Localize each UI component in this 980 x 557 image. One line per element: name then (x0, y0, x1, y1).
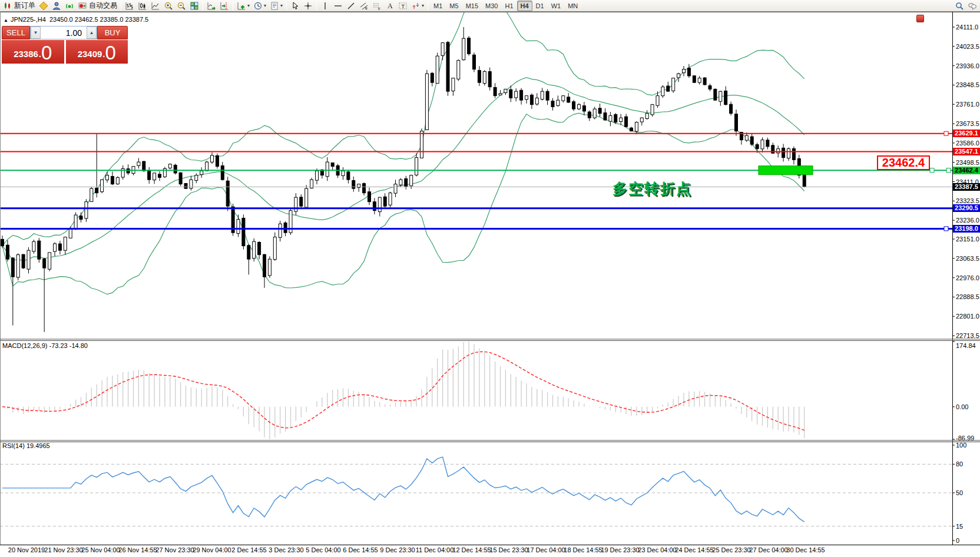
line-chart-icon (151, 1, 160, 11)
svg-text:F: F (378, 6, 380, 10)
axis-label: 0.00 (956, 403, 980, 410)
signals-button[interactable] (63, 1, 76, 11)
profile-icon (52, 1, 61, 11)
hline-handle[interactable] (930, 168, 934, 173)
one-click-icon[interactable] (916, 15, 924, 22)
volume-down-button[interactable]: ▼ (31, 26, 41, 39)
chart-shift-button[interactable] (218, 1, 231, 11)
axis-label: 23151.0 (956, 236, 980, 243)
trendline-button[interactable] (345, 1, 357, 11)
svg-text:A: A (388, 2, 393, 10)
timeframe-h4-button[interactable]: H4 (517, 1, 532, 11)
templates-icon (270, 1, 279, 11)
timeframe-d1-button[interactable]: D1 (532, 1, 548, 11)
axis-label: 23848.5 (956, 81, 980, 88)
vertical-line-button[interactable] (319, 1, 332, 11)
text-icon: A (385, 1, 395, 11)
hline-handle[interactable] (944, 131, 948, 135)
price-line-badge: 23387.5 (953, 183, 980, 191)
profile-button[interactable] (50, 1, 63, 11)
text-button[interactable]: A (383, 1, 396, 11)
axis-label: 23236.0 (956, 217, 980, 224)
price-line-badge: 23462.4 (953, 167, 980, 174)
axis-label: 0 (956, 537, 980, 544)
templates-button[interactable]: ▾ (268, 1, 284, 11)
time-axis-label: 23 Dec 04:00 (638, 546, 676, 553)
chart-window: ▲JPN225-,H4 23450.0 23462.5 23385.0 2338… (0, 12, 980, 557)
volume-up-button[interactable]: ▲ (87, 26, 97, 39)
equidistant-channel-button[interactable]: E (357, 1, 370, 11)
zoom-out-button[interactable] (175, 1, 188, 11)
timeframe-h1-button[interactable]: H1 (501, 1, 517, 11)
time-axis-label: 24 Dec 14:55 (675, 546, 713, 553)
chat-button[interactable] (966, 1, 979, 11)
new-order-button[interactable]: 新订单 (1, 1, 37, 11)
metaeditor-icon (39, 1, 48, 11)
highlight-bar[interactable] (759, 166, 813, 175)
volume-stepper: ▼ 1.00 ▲ (30, 26, 97, 39)
timeframe-m5-button[interactable]: M5 (446, 1, 462, 11)
indicators-button[interactable]: ▾ (235, 1, 251, 11)
auto-scroll-button[interactable] (205, 1, 218, 11)
candles-chart-button[interactable] (136, 1, 149, 11)
line-chart-button[interactable] (149, 1, 162, 11)
buy-button[interactable]: BUY (97, 26, 128, 39)
search-button[interactable] (953, 1, 966, 11)
buy-price-quote[interactable]: 23409 . 0 (66, 40, 128, 64)
time-axis-label: 21 Nov 23:30 (44, 546, 82, 553)
text-label-button[interactable]: T (396, 1, 409, 11)
caret-down-icon: ▾ (422, 3, 424, 8)
new-order-icon (3, 1, 12, 11)
zoom-in-button[interactable] (162, 1, 175, 11)
horizontal-line-button[interactable] (332, 1, 345, 11)
axis-label: 22888.5 (956, 293, 980, 300)
metaeditor-button[interactable] (37, 1, 50, 11)
tile-windows-button[interactable] (188, 1, 201, 11)
axis-label: 23586.0 (956, 140, 980, 147)
rsi-label: RSI(14) 19.4965 (2, 442, 50, 449)
hline-handle[interactable] (946, 168, 951, 173)
toolbar-separator (286, 1, 287, 11)
ohlc-quote-label: 23450.0 23462.5 23385.0 23387.5 (49, 16, 148, 23)
arrows-button[interactable]: ▾ (409, 1, 426, 11)
price-tag-annotation[interactable]: 23462.4 (877, 155, 930, 170)
hline-handle[interactable] (944, 227, 948, 231)
macd-label: MACD(12,26,9) -73.23 -14.80 (2, 342, 88, 349)
timeframe-m30-button[interactable]: M30 (482, 1, 501, 11)
timeframe-m15-button[interactable]: M15 (462, 1, 482, 11)
time-axis-label: 17 Dec 04:00 (527, 546, 565, 553)
time-axis-label: 20 Nov 2019 (8, 546, 45, 553)
collapse-icon[interactable]: ▲ (4, 18, 8, 23)
timeframe-m1-button[interactable]: M1 (430, 1, 446, 11)
chart-canvas[interactable] (0, 12, 980, 557)
fibonacci-button[interactable]: F (370, 1, 383, 11)
bars-chart-button[interactable] (123, 1, 136, 11)
caret-down-icon: ▾ (247, 3, 250, 8)
time-axis-label: 29 Nov 04:00 (193, 546, 231, 553)
crosshair-button[interactable] (302, 1, 314, 11)
auto-trading-button[interactable]: 自动交易 (76, 1, 119, 11)
sell-price-quote[interactable]: 23386 . 0 (2, 40, 64, 64)
time-axis-label: 27 Dec 04:00 (749, 546, 787, 553)
timeframe-w1-button[interactable]: W1 (548, 1, 565, 11)
chat-icon (968, 1, 977, 11)
svg-text:T: T (402, 3, 405, 9)
periods-button[interactable]: ▾ (251, 1, 268, 11)
volume-input[interactable]: 1.00 (41, 26, 87, 39)
toolbar-separator (233, 1, 233, 11)
cursor-button[interactable] (289, 1, 302, 11)
axis-label: -86.99 (956, 435, 980, 442)
buy-price-big-digit: 0 (105, 44, 116, 62)
toolbar: 新订单自动交易▾▾▾EFAT▾M1M5M15M30H1H4D1W1MN (0, 0, 980, 12)
one-click-trade-panel: SELL ▼ 1.00 ▲ BUY 23386 . 0 23409 . 0 (2, 26, 128, 64)
sell-button[interactable]: SELL (2, 26, 30, 39)
price-line-badge: 23547.1 (953, 148, 980, 155)
turning-point-annotation[interactable]: 多空转折点 (612, 179, 692, 198)
price-line-badge: 23290.5 (953, 204, 980, 212)
bars-chart-icon (125, 1, 134, 11)
axis-label: 23323.5 (956, 197, 980, 204)
chart-header: ▲JPN225-,H4 23450.0 23462.5 23385.0 2338… (4, 16, 148, 23)
timeframe-mn-button[interactable]: MN (564, 1, 581, 11)
sell-price-int: 23386 (14, 47, 38, 62)
toolbar-separator (121, 1, 121, 11)
